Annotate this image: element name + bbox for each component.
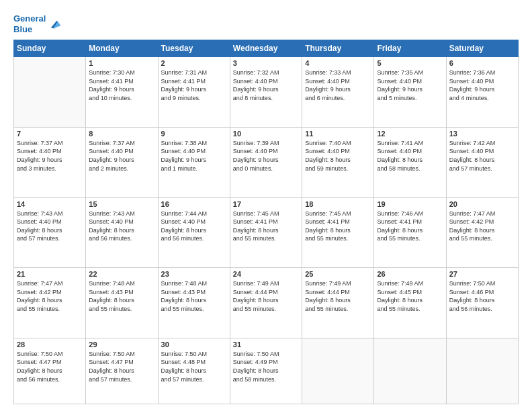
calendar-cell: 22Sunrise: 7:48 AM Sunset: 4:43 PM Dayli…: [86, 268, 158, 338]
cell-info: Sunrise: 7:44 AM Sunset: 4:40 PM Dayligh…: [161, 210, 227, 243]
cell-info: Sunrise: 7:30 AM Sunset: 4:41 PM Dayligh…: [89, 68, 154, 102]
calendar-week-row: 7Sunrise: 7:37 AM Sunset: 4:40 PM Daylig…: [14, 127, 519, 197]
day-number: 5: [377, 59, 443, 67]
day-number: 11: [305, 130, 371, 138]
day-header-monday: Monday: [86, 40, 158, 57]
day-number: 16: [161, 200, 227, 208]
day-number: 27: [449, 270, 515, 278]
cell-info: Sunrise: 7:45 AM Sunset: 4:41 PM Dayligh…: [305, 210, 371, 243]
cell-info: Sunrise: 7:47 AM Sunset: 4:42 PM Dayligh…: [17, 279, 83, 313]
cell-info: Sunrise: 7:37 AM Sunset: 4:40 PM Dayligh…: [17, 139, 83, 173]
calendar-cell: 26Sunrise: 7:49 AM Sunset: 4:45 PM Dayli…: [374, 268, 446, 338]
cell-info: Sunrise: 7:48 AM Sunset: 4:43 PM Dayligh…: [161, 279, 227, 313]
cell-info: Sunrise: 7:42 AM Sunset: 4:40 PM Dayligh…: [449, 139, 515, 173]
calendar-cell: 7Sunrise: 7:37 AM Sunset: 4:40 PM Daylig…: [14, 127, 86, 197]
day-number: 15: [89, 200, 154, 208]
day-header-tuesday: Tuesday: [158, 40, 230, 57]
calendar-cell: 15Sunrise: 7:43 AM Sunset: 4:40 PM Dayli…: [86, 197, 158, 268]
calendar-week-row: 1Sunrise: 7:30 AM Sunset: 4:41 PM Daylig…: [14, 57, 519, 128]
cell-info: Sunrise: 7:50 AM Sunset: 4:48 PM Dayligh…: [161, 350, 227, 383]
day-number: 4: [305, 59, 371, 67]
calendar-cell: 3Sunrise: 7:32 AM Sunset: 4:40 PM Daylig…: [230, 57, 302, 128]
calendar-cell: 29Sunrise: 7:50 AM Sunset: 4:47 PM Dayli…: [86, 338, 158, 404]
day-number: 24: [233, 270, 299, 278]
day-number: 2: [161, 59, 227, 67]
cell-info: Sunrise: 7:43 AM Sunset: 4:40 PM Dayligh…: [89, 210, 154, 243]
calendar-table: SundayMondayTuesdayWednesdayThursdayFrid…: [13, 40, 519, 404]
calendar-cell: 8Sunrise: 7:37 AM Sunset: 4:40 PM Daylig…: [86, 127, 158, 197]
calendar-cell: 25Sunrise: 7:49 AM Sunset: 4:44 PM Dayli…: [302, 268, 374, 338]
day-number: 13: [449, 130, 515, 138]
cell-info: Sunrise: 7:38 AM Sunset: 4:40 PM Dayligh…: [161, 139, 227, 173]
calendar-cell: 28Sunrise: 7:50 AM Sunset: 4:47 PM Dayli…: [14, 338, 86, 404]
calendar-cell: 23Sunrise: 7:48 AM Sunset: 4:43 PM Dayli…: [158, 268, 230, 338]
day-number: 28: [17, 340, 83, 349]
calendar-cell: 2Sunrise: 7:31 AM Sunset: 4:41 PM Daylig…: [158, 57, 230, 128]
day-number: 23: [161, 270, 227, 278]
day-number: 29: [89, 340, 154, 349]
calendar-cell: 19Sunrise: 7:46 AM Sunset: 4:41 PM Dayli…: [374, 197, 446, 268]
day-number: 31: [233, 340, 299, 349]
day-number: 6: [449, 59, 515, 67]
cell-info: Sunrise: 7:50 AM Sunset: 4:47 PM Dayligh…: [17, 350, 83, 383]
calendar-week-row: 21Sunrise: 7:47 AM Sunset: 4:42 PM Dayli…: [14, 268, 519, 338]
calendar-cell: 27Sunrise: 7:50 AM Sunset: 4:46 PM Dayli…: [446, 268, 518, 338]
cell-info: Sunrise: 7:37 AM Sunset: 4:40 PM Dayligh…: [89, 139, 154, 173]
cell-info: Sunrise: 7:47 AM Sunset: 4:42 PM Dayligh…: [449, 210, 515, 243]
day-number: 7: [17, 130, 83, 138]
cell-info: Sunrise: 7:48 AM Sunset: 4:43 PM Dayligh…: [89, 279, 154, 313]
calendar-cell: 5Sunrise: 7:35 AM Sunset: 4:40 PM Daylig…: [374, 57, 446, 128]
day-number: 3: [233, 59, 299, 67]
calendar-cell: [14, 57, 86, 128]
calendar-cell: 16Sunrise: 7:44 AM Sunset: 4:40 PM Dayli…: [158, 197, 230, 268]
calendar-cell: [374, 338, 446, 404]
day-number: 21: [17, 270, 83, 278]
calendar-cell: 13Sunrise: 7:42 AM Sunset: 4:40 PM Dayli…: [446, 127, 518, 197]
cell-info: Sunrise: 7:36 AM Sunset: 4:40 PM Dayligh…: [449, 68, 515, 102]
page-header: General Blue: [13, 11, 519, 34]
calendar-cell: 11Sunrise: 7:40 AM Sunset: 4:40 PM Dayli…: [302, 127, 374, 197]
day-number: 8: [89, 130, 154, 138]
cell-info: Sunrise: 7:43 AM Sunset: 4:40 PM Dayligh…: [17, 210, 83, 243]
calendar-cell: 20Sunrise: 7:47 AM Sunset: 4:42 PM Dayli…: [446, 197, 518, 268]
calendar-cell: 17Sunrise: 7:45 AM Sunset: 4:41 PM Dayli…: [230, 197, 302, 268]
day-number: 25: [305, 270, 371, 278]
day-number: 1: [89, 59, 154, 67]
day-number: 22: [89, 270, 154, 278]
calendar-cell: 21Sunrise: 7:47 AM Sunset: 4:42 PM Dayli…: [14, 268, 86, 338]
cell-info: Sunrise: 7:50 AM Sunset: 4:49 PM Dayligh…: [233, 350, 299, 383]
calendar-cell: 6Sunrise: 7:36 AM Sunset: 4:40 PM Daylig…: [446, 57, 518, 128]
cell-info: Sunrise: 7:50 AM Sunset: 4:47 PM Dayligh…: [89, 350, 154, 383]
day-number: 19: [377, 200, 443, 208]
day-number: 10: [233, 130, 299, 138]
calendar-week-row: 28Sunrise: 7:50 AM Sunset: 4:47 PM Dayli…: [14, 338, 519, 404]
day-number: 12: [377, 130, 443, 138]
day-number: 9: [161, 130, 227, 138]
day-header-friday: Friday: [374, 40, 446, 57]
logo-blue: Blue: [13, 24, 32, 34]
cell-info: Sunrise: 7:31 AM Sunset: 4:41 PM Dayligh…: [161, 68, 227, 102]
day-number: 30: [161, 340, 227, 349]
calendar-cell: 30Sunrise: 7:50 AM Sunset: 4:48 PM Dayli…: [158, 338, 230, 404]
calendar-cell: [302, 338, 374, 404]
cell-info: Sunrise: 7:41 AM Sunset: 4:40 PM Dayligh…: [377, 139, 443, 173]
cell-info: Sunrise: 7:50 AM Sunset: 4:46 PM Dayligh…: [449, 279, 515, 313]
day-number: 17: [233, 200, 299, 208]
calendar-week-row: 14Sunrise: 7:43 AM Sunset: 4:40 PM Dayli…: [14, 197, 519, 268]
calendar-cell: 10Sunrise: 7:39 AM Sunset: 4:40 PM Dayli…: [230, 127, 302, 197]
calendar-header-row: SundayMondayTuesdayWednesdayThursdayFrid…: [14, 40, 519, 57]
calendar-cell: 9Sunrise: 7:38 AM Sunset: 4:40 PM Daylig…: [158, 127, 230, 197]
cell-info: Sunrise: 7:32 AM Sunset: 4:40 PM Dayligh…: [233, 68, 299, 102]
logo-general: General: [13, 13, 46, 24]
day-header-thursday: Thursday: [302, 40, 374, 57]
day-header-saturday: Saturday: [446, 40, 518, 57]
cell-info: Sunrise: 7:46 AM Sunset: 4:41 PM Dayligh…: [377, 210, 443, 243]
cell-info: Sunrise: 7:33 AM Sunset: 4:40 PM Dayligh…: [305, 68, 371, 102]
calendar-cell: 31Sunrise: 7:50 AM Sunset: 4:49 PM Dayli…: [230, 338, 302, 404]
calendar-cell: 4Sunrise: 7:33 AM Sunset: 4:40 PM Daylig…: [302, 57, 374, 128]
day-header-sunday: Sunday: [14, 40, 86, 57]
calendar-cell: [446, 338, 518, 404]
logo: General Blue: [13, 13, 62, 34]
day-number: 20: [449, 200, 515, 208]
calendar-cell: 18Sunrise: 7:45 AM Sunset: 4:41 PM Dayli…: [302, 197, 374, 268]
